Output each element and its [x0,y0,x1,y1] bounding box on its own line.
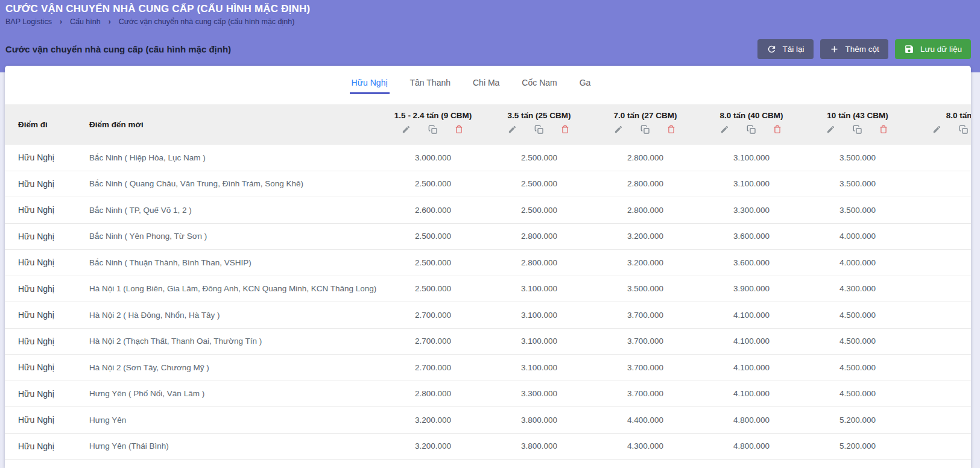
price-cell[interactable]: 3.700.000 [592,389,698,398]
price-cell[interactable]: 3.800.000 [486,416,592,425]
price-cell[interactable]: 3.500.000 [805,206,911,215]
price-cell[interactable]: 3.200.000 [380,441,486,451]
price-cell[interactable]: 3.100.000 [486,311,592,320]
trash-icon[interactable] [879,125,889,134]
price-cell[interactable]: 2.500.000 [486,206,592,215]
price-cell[interactable]: 3.100.000 [486,337,592,346]
trash-icon[interactable] [561,125,571,134]
table-row: Hữu NghịHưng Yên ( Phố Nối, Văn Lâm )2.8… [5,381,971,408]
save-data-button[interactable]: Lưu dữ liệu [895,39,971,59]
price-cell[interactable]: 2.800.000 [592,153,698,162]
tab-coc-nam[interactable]: Cốc Nam [520,72,558,94]
price-cell[interactable]: 4.500.000 [805,311,911,320]
price-cell[interactable]: 2.800.000 [592,206,698,215]
price-cell[interactable]: 2.800.000 [380,389,486,398]
plus-icon [829,44,839,54]
price-cell[interactable]: 2.700.000 [380,337,486,346]
breadcrumb-home[interactable]: BAP Logistics [5,17,52,26]
price-cell[interactable]: 3.500.000 [592,284,698,293]
price-cell[interactable]: 3.200.000 [380,416,486,425]
price-cell[interactable]: 2.700.000 [380,311,486,320]
pencil-icon[interactable] [614,125,624,134]
reload-button[interactable]: Tải lại [757,39,814,59]
price-cell[interactable]: 3.600.000 [698,258,805,267]
price-cell[interactable]: 2.600.000 [380,206,486,215]
copy-icon[interactable] [747,125,756,134]
price-cell[interactable]: 3.700.000 [592,363,698,372]
price-cell[interactable]: 3.900.000 [698,284,805,293]
price-cell[interactable]: 4.300.000 [805,284,911,293]
table-row: Hữu NghịHưng Yên (Thái Bình)3.200.0003.8… [5,434,971,460]
tab-huu-nghi[interactable]: Hữu Nghị [350,72,390,94]
price-cell[interactable]: 3.800.000 [486,441,592,451]
price-cell[interactable]: 4.100.000 [698,389,805,398]
price-cell[interactable]: 2.500.000 [380,258,486,267]
breadcrumb-config[interactable]: Cấu hình [70,17,101,26]
price-cell[interactable]: 4.100.000 [698,337,805,346]
price-cell[interactable]: 3.700.000 [592,311,698,320]
copy-icon[interactable] [428,125,438,134]
pencil-icon[interactable] [932,125,942,134]
price-cell[interactable]: 3.100.000 [486,363,592,372]
breadcrumb-current[interactable]: Cước vận chuyển nhà cung cấp (cấu hình m… [119,17,295,26]
trash-icon[interactable] [773,125,783,134]
tab-tan-thanh[interactable]: Tân Thanh [408,72,452,94]
price-cell[interactable]: 2.800.000 [592,179,698,188]
destination-cell: Hưng Yên [84,416,380,425]
price-cell[interactable]: 2.500.000 [380,179,486,188]
pencil-icon[interactable] [826,125,836,134]
price-cell[interactable]: 3.600.000 [698,232,805,241]
price-cell[interactable]: 3.100.000 [486,284,592,293]
price-cell[interactable]: 5.200.000 [805,416,911,425]
breadcrumb-separator: › [60,17,62,26]
price-cell[interactable]: 3.200.000 [592,232,698,241]
price-cell[interactable]: 3.500.000 [805,153,911,162]
price-cell[interactable]: 4.500.000 [805,337,911,346]
copy-icon[interactable] [853,125,862,134]
price-cell[interactable]: 3.000.000 [380,153,486,162]
price-cell[interactable]: 4.100.000 [698,311,805,320]
column-label: 8.0 tấn (40 CBM) [698,111,805,120]
copy-icon[interactable] [640,125,650,134]
pencil-icon[interactable] [508,125,517,134]
price-cell[interactable]: 3.100.000 [698,153,805,162]
price-cell[interactable]: 4.800.000 [698,416,805,425]
price-cell[interactable]: 3.300.000 [486,389,592,398]
pencil-icon[interactable] [720,125,730,134]
copy-icon[interactable] [534,125,544,134]
trash-icon[interactable] [455,125,464,134]
tab-ga[interactable]: Ga [578,72,593,94]
tab-chi-ma[interactable]: Chi Ma [471,72,501,94]
pencil-icon[interactable] [402,125,411,134]
origin-cell: Hữu Nghị [5,258,84,267]
price-cell[interactable]: 2.500.000 [380,284,486,293]
table-row: Hữu NghịBắc Ninh ( Thuận Thành, Bình Tha… [5,250,971,276]
column-label: 7.0 tấn (27 CBM) [592,111,698,120]
destination-cell: Bắc Ninh ( Thuận Thành, Bình Than, VSHIP… [84,258,380,267]
price-cell[interactable]: 4.500.000 [805,389,911,398]
price-cell[interactable]: 3.500.000 [805,179,911,188]
price-cell[interactable]: 3.700.000 [592,337,698,346]
price-cell[interactable]: 4.800.000 [698,441,805,451]
price-cell[interactable]: 2.800.000 [486,258,592,267]
price-cell[interactable]: 5.200.000 [805,441,911,451]
price-cell[interactable]: 4.000.000 [805,258,911,267]
destination-column-header: Điểm đến mới [84,104,380,145]
add-column-button[interactable]: Thêm cột [820,39,888,59]
price-cell[interactable]: 2.700.000 [380,363,486,372]
price-cell[interactable]: 4.100.000 [698,363,805,372]
trash-icon[interactable] [667,125,677,134]
price-cell[interactable]: 2.500.000 [486,179,592,188]
copy-icon[interactable] [959,125,969,134]
price-cell[interactable]: 3.300.000 [698,206,805,215]
price-cell[interactable]: 4.400.000 [592,416,698,425]
price-cell[interactable]: 2.500.000 [380,232,486,241]
table-row: Hữu NghịHà Nội 2 (Thạch Thất, Thanh Oai,… [5,329,971,355]
price-cell[interactable]: 4.300.000 [592,441,698,451]
price-cell[interactable]: 3.200.000 [592,258,698,267]
price-cell[interactable]: 3.100.000 [698,179,805,188]
price-cell[interactable]: 4.500.000 [805,363,911,372]
price-cell[interactable]: 2.500.000 [486,153,592,162]
price-cell[interactable]: 4.000.000 [805,232,911,241]
price-cell[interactable]: 2.800.000 [486,232,592,241]
